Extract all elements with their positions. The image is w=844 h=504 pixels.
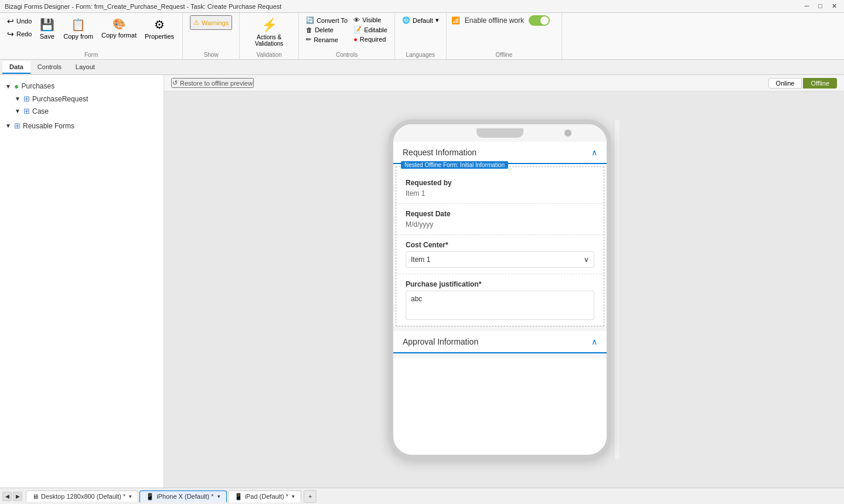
ribbon-languages-group: 🌐 Default ▾ Languages: [395, 13, 447, 59]
cost-center-label: Cost Center*: [406, 241, 594, 249]
bottom-tab-iphone[interactable]: 📱 iPhone X (Default) * ▾: [139, 491, 226, 502]
visible-button[interactable]: 👁 Visible: [351, 15, 390, 25]
case-icon: ⊞: [23, 107, 30, 115]
reusable-forms-icon: ⊞: [14, 121, 21, 130]
minimize-btn[interactable]: ─: [802, 2, 812, 10]
offline-toggle[interactable]: [529, 15, 550, 26]
phone-notch: [477, 128, 523, 138]
tab-controls[interactable]: Controls: [30, 61, 69, 74]
rename-icon: ✏: [306, 36, 311, 43]
sidebar-item-purchase-request[interactable]: ▼ ⊞ PurchaseRequest: [0, 93, 164, 105]
purchase-justification-value: abc: [411, 295, 422, 303]
warnings-button[interactable]: ⚠ Warnings: [190, 15, 232, 30]
copy-format-icon: 🎨: [113, 18, 125, 30]
editable-icon: 📝: [353, 26, 362, 33]
rename-button[interactable]: ✏ Rename: [304, 35, 350, 45]
approval-information-header[interactable]: Approval Information ∧: [393, 331, 607, 353]
purchase-justification-textarea[interactable]: abc: [406, 291, 594, 320]
ipad-icon: 📱: [234, 493, 243, 500]
properties-icon: ⚙: [154, 18, 165, 32]
desktop-tab-label: Desktop 1280x800 (Default) *: [41, 493, 125, 500]
editable-button[interactable]: 📝 Editable: [351, 25, 390, 35]
required-icon: ●: [353, 36, 358, 43]
tab-data[interactable]: Data: [2, 61, 30, 74]
cost-center-field: Cost Center* Item 1 ∨: [396, 235, 604, 274]
copy-format-button[interactable]: 🎨 Copy format: [98, 15, 140, 41]
preview-toolbar: ↺ Restore to offline preview Online Offl…: [164, 75, 844, 91]
purchase-justification-label: Purchase justification*: [406, 280, 594, 288]
phone-container: Request Information ∧ Nested Offline For…: [164, 91, 844, 488]
online-view-button[interactable]: Online: [768, 78, 802, 88]
expander-purchases: ▼: [5, 83, 12, 90]
expander-purchase-request: ▼: [14, 96, 21, 102]
sidebar-item-purchases[interactable]: ▼ ● Purchases: [0, 80, 164, 93]
restore-button[interactable]: ↺ Restore to offline preview: [171, 78, 254, 88]
convert-to-button[interactable]: 🔄 Convert To: [304, 15, 350, 25]
sidebar-item-reusable-forms[interactable]: ▼ ⊞ Reusable Forms: [0, 120, 164, 132]
close-btn[interactable]: ✕: [829, 2, 839, 10]
request-date-field: Request Date M/d/yyyy: [396, 204, 604, 235]
tab-bar: Data Controls Layout: [0, 60, 844, 75]
request-information-chevron[interactable]: ∧: [591, 148, 597, 157]
requested-by-label: Requested by: [406, 179, 594, 187]
ribbon-controls-group: 🔄 Convert To 🗑 Delete ✏ Rename 👁 Visible: [299, 13, 395, 59]
bottom-tab-desktop[interactable]: 🖥 Desktop 1280x800 (Default) * ▾: [26, 491, 138, 502]
offline-view-button[interactable]: Offline: [803, 78, 837, 88]
language-default-button[interactable]: 🌐 Default ▾: [400, 15, 441, 25]
properties-button[interactable]: ⚙ Properties: [141, 15, 178, 42]
reusable-forms-label: Reusable Forms: [23, 122, 74, 130]
ribbon-validation-group: ⚡ Actions & Validations Validation: [240, 13, 299, 59]
bottom-bar: ◀ ▶ 🖥 Desktop 1280x800 (Default) * ▾ 📱 i…: [0, 488, 844, 504]
delete-icon: 🗑: [306, 26, 312, 33]
visible-icon: 👁: [353, 16, 360, 23]
required-button[interactable]: ● Required: [351, 35, 390, 44]
nav-right[interactable]: ▶: [13, 492, 22, 501]
save-button[interactable]: 💾 Save: [35, 15, 59, 42]
phone-content: Request Information ∧ Nested Offline For…: [393, 142, 607, 358]
redo-icon: ↪: [7, 29, 14, 39]
copy-from-button[interactable]: 📋 Copy from: [60, 15, 97, 42]
save-icon: 💾: [40, 18, 55, 32]
window-controls: ─ □ ✕: [802, 2, 839, 10]
phone-notch-area: [393, 124, 607, 142]
tab-layout[interactable]: Layout: [69, 61, 102, 74]
ribbon: ↩ Undo ↪ Redo 💾 Save 📋 Copy from 🎨 Copy …: [0, 13, 844, 60]
bottom-tab-ipad[interactable]: 📱 iPad (Default) * ▾: [228, 491, 302, 502]
offline-icon: 📶: [451, 16, 460, 25]
cost-center-select[interactable]: Item 1 ∨: [406, 251, 594, 268]
nav-left[interactable]: ◀: [2, 492, 12, 501]
phone-camera: [564, 130, 571, 137]
language-icon: 🌐: [402, 16, 410, 24]
approval-information-title: Approval Information: [403, 337, 478, 346]
actions-validations-button[interactable]: ⚡ Actions & Validations: [247, 15, 291, 49]
add-tab-button[interactable]: +: [304, 490, 316, 503]
scrollbar[interactable]: [614, 120, 620, 459]
nav-arrows: ◀ ▶: [2, 492, 22, 501]
case-label: Case: [32, 107, 49, 115]
iphone-icon: 📱: [146, 493, 154, 500]
redo-button[interactable]: ↪ Redo: [5, 28, 34, 40]
restore-icon: ↺: [172, 79, 178, 87]
purchase-request-icon: ⊞: [23, 94, 30, 103]
actions-icon: ⚡: [261, 18, 277, 33]
nested-form-label: Nested Offline Form: Initial Information: [401, 161, 508, 169]
view-toggle: Online Offline: [768, 78, 837, 88]
sidebar: ▼ ● Purchases ▼ ⊞ PurchaseRequest ▼ ⊞ Ca…: [0, 75, 164, 488]
ipad-dropdown-icon: ▾: [292, 493, 295, 499]
desktop-icon: 🖥: [32, 493, 39, 500]
request-information-section: Request Information ∧ Nested Offline For…: [393, 142, 607, 326]
warning-icon: ⚠: [193, 19, 199, 26]
ribbon-form-group: ↩ Undo ↪ Redo 💾 Save 📋 Copy from 🎨 Copy …: [0, 13, 183, 59]
cost-center-value: Item 1: [411, 256, 430, 264]
copy-from-icon: 📋: [71, 18, 86, 32]
ribbon-show-group: ⚠ Warnings Show: [183, 13, 240, 59]
purchase-justification-field: Purchase justification* abc: [396, 274, 604, 326]
request-date-value: M/d/yyyy: [406, 220, 594, 229]
delete-button[interactable]: 🗑 Delete: [304, 25, 350, 35]
maximize-btn[interactable]: □: [816, 2, 825, 10]
undo-button[interactable]: ↩ Undo: [5, 15, 34, 27]
request-information-title: Request Information: [403, 148, 477, 157]
approval-information-chevron[interactable]: ∧: [591, 337, 597, 346]
main-area: ▼ ● Purchases ▼ ⊞ PurchaseRequest ▼ ⊞ Ca…: [0, 75, 844, 488]
sidebar-item-case[interactable]: ▼ ⊞ Case: [0, 105, 164, 117]
